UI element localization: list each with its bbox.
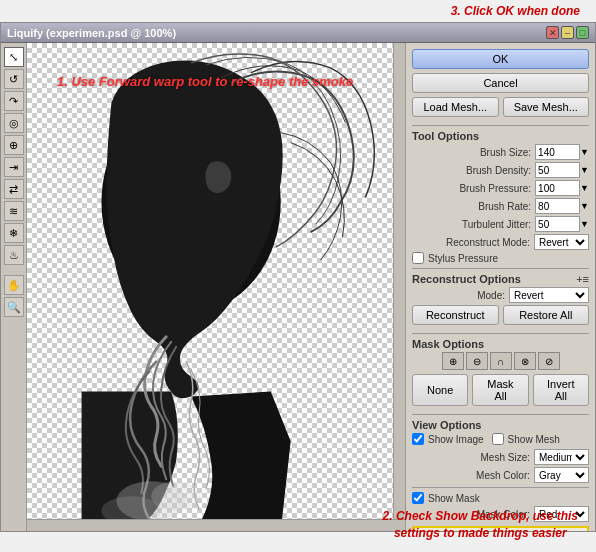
show-image-row: Show Image — [412, 433, 484, 445]
window-title: Liquify (experimen.psd @ 100%) — [7, 27, 546, 39]
mask-mode-btn-3[interactable]: ∩ — [490, 352, 512, 370]
mesh-buttons: Load Mesh... Save Mesh... — [412, 97, 589, 121]
brush-density-label: Brush Density: — [412, 165, 535, 176]
save-mesh-button[interactable]: Save Mesh... — [503, 97, 590, 117]
mask-mode-btn-2[interactable]: ⊖ — [466, 352, 488, 370]
maximize-button[interactable]: □ — [576, 26, 589, 39]
divider-5 — [412, 487, 589, 488]
zoom-tool[interactable]: 🔍 — [4, 297, 24, 317]
recon-mode-label: Mode: — [412, 290, 509, 301]
brush-size-row: Brush Size: 140 ▼ — [412, 144, 589, 160]
recon-mode-row: Mode: Revert — [412, 287, 589, 303]
none-button[interactable]: None — [412, 374, 468, 406]
divider-1 — [412, 125, 589, 126]
mesh-size-row: Mesh Size: Medium — [412, 449, 589, 465]
invert-all-button[interactable]: Invert All — [533, 374, 589, 406]
recon-mode-select[interactable]: Revert — [509, 287, 589, 303]
horizontal-scrollbar[interactable] — [27, 519, 405, 531]
shift-tool[interactable]: ⇥ — [4, 157, 24, 177]
step1-annotation: 1. Use Forward warp tool to re-shape the… — [57, 73, 353, 91]
reconstruct-mode-select[interactable]: Revert — [534, 234, 589, 250]
brush-density-arrow[interactable]: ▼ — [580, 165, 589, 175]
brush-pressure-row: Brush Pressure: 100 ▼ — [412, 180, 589, 196]
mask-mode-btn-4[interactable]: ⊗ — [514, 352, 536, 370]
step3-annotation: 3. Click OK when done — [451, 4, 580, 18]
show-mask-label: Show Mask — [428, 493, 480, 504]
hand-tool[interactable]: ✋ — [4, 275, 24, 295]
brush-pressure-value[interactable]: 100 — [535, 180, 580, 196]
canvas-image — [27, 43, 405, 531]
pucker-tool[interactable]: ◎ — [4, 113, 24, 133]
load-mesh-button[interactable]: Load Mesh... — [412, 97, 499, 117]
brush-density-value[interactable]: 50 — [535, 162, 580, 178]
reflection-tool[interactable]: ⇄ — [4, 179, 24, 199]
step2-annotation: 2. Check Show Backdrop, use thissettings… — [383, 508, 578, 542]
reconstruct-mode-row: Reconstruct Mode: Revert — [412, 234, 589, 250]
brush-rate-value[interactable]: 80 — [535, 198, 580, 214]
show-mesh-label: Show Mesh — [508, 434, 560, 445]
window-controls: ✕ – □ — [546, 26, 589, 39]
content-area: ⤡ ↺ ↷ ◎ ⊕ ⇥ ⇄ ≋ ❄ ♨ ✋ 🔍 — [1, 43, 595, 531]
liquify-window: Liquify (experimen.psd @ 100%) ✕ – □ ⤡ ↺… — [0, 22, 596, 532]
brush-size-label: Brush Size: — [412, 147, 535, 158]
canvas-area[interactable]: 1. Use Forward warp tool to re-shape the… — [27, 43, 405, 531]
show-mesh-checkbox[interactable] — [492, 433, 504, 445]
mask-mode-btn-1[interactable]: ⊕ — [442, 352, 464, 370]
title-bar: Liquify (experimen.psd @ 100%) ✕ – □ — [1, 23, 595, 43]
warp-tool[interactable]: ⤡ — [4, 47, 24, 67]
turbulence-tool[interactable]: ≋ — [4, 201, 24, 221]
bloat-tool[interactable]: ⊕ — [4, 135, 24, 155]
reconstruct-mode-label: Reconstruct Mode: — [412, 237, 534, 248]
stylus-pressure-row: Stylus Pressure — [412, 252, 589, 264]
reconstruct-tool[interactable]: ↺ — [4, 69, 24, 89]
freeze-tool[interactable]: ❄ — [4, 223, 24, 243]
divider-4 — [412, 414, 589, 415]
twirl-tool[interactable]: ↷ — [4, 91, 24, 111]
brush-pressure-label: Brush Pressure: — [412, 183, 535, 194]
turbulent-jitter-arrow[interactable]: ▼ — [580, 219, 589, 229]
brush-size-arrow[interactable]: ▼ — [580, 147, 589, 157]
view-options-label: View Options — [412, 419, 589, 431]
brush-density-row: Brush Density: 50 ▼ — [412, 162, 589, 178]
close-button[interactable]: ✕ — [546, 26, 559, 39]
mask-options-label: Mask Options — [412, 338, 589, 350]
minimize-button[interactable]: – — [561, 26, 574, 39]
right-panel: OK Cancel Load Mesh... Save Mesh... Tool… — [405, 43, 595, 531]
show-image-checkbox[interactable] — [412, 433, 424, 445]
reconstruct-options-label: Reconstruct Options +≡ — [412, 273, 589, 285]
ok-button[interactable]: OK — [412, 49, 589, 69]
tool-options-label: Tool Options — [412, 130, 589, 142]
brush-pressure-arrow[interactable]: ▼ — [580, 183, 589, 193]
turbulent-jitter-value[interactable]: 50 — [535, 216, 580, 232]
mask-mode-icons: ⊕ ⊖ ∩ ⊗ ⊘ — [412, 352, 589, 370]
thaw-tool[interactable]: ♨ — [4, 245, 24, 265]
reconstruct-button[interactable]: Reconstruct — [412, 305, 499, 325]
mesh-color-row: Mesh Color: Gray — [412, 467, 589, 483]
show-mask-row: Show Mask — [412, 492, 589, 504]
left-toolbar: ⤡ ↺ ↷ ◎ ⊕ ⇥ ⇄ ≋ ❄ ♨ ✋ 🔍 — [1, 43, 27, 531]
brush-size-value[interactable]: 140 — [535, 144, 580, 160]
mask-mode-btn-5[interactable]: ⊘ — [538, 352, 560, 370]
mesh-color-label: Mesh Color: — [412, 470, 534, 481]
mesh-color-select[interactable]: Gray — [534, 467, 589, 483]
show-image-label: Show Image — [428, 434, 484, 445]
view-checkboxes: Show Image Show Mesh — [412, 433, 589, 447]
vertical-scrollbar[interactable] — [393, 43, 405, 519]
mask-action-buttons: None Mask All Invert All — [412, 374, 589, 410]
brush-rate-label: Brush Rate: — [412, 201, 535, 212]
stylus-pressure-checkbox[interactable] — [412, 252, 424, 264]
divider-2 — [412, 268, 589, 269]
cancel-button[interactable]: Cancel — [412, 73, 589, 93]
reconstruct-action-buttons: Reconstruct Restore All — [412, 305, 589, 329]
turbulent-jitter-row: Turbulent Jitter: 50 ▼ — [412, 216, 589, 232]
show-mask-checkbox[interactable] — [412, 492, 424, 504]
mesh-size-select[interactable]: Medium — [534, 449, 589, 465]
restore-all-button[interactable]: Restore All — [503, 305, 590, 325]
turbulent-jitter-label: Turbulent Jitter: — [412, 219, 535, 230]
stylus-pressure-label: Stylus Pressure — [428, 253, 498, 264]
divider-3 — [412, 333, 589, 334]
mask-all-button[interactable]: Mask All — [472, 374, 528, 406]
brush-rate-arrow[interactable]: ▼ — [580, 201, 589, 211]
mesh-size-label: Mesh Size: — [412, 452, 534, 463]
show-mesh-row: Show Mesh — [492, 433, 560, 445]
